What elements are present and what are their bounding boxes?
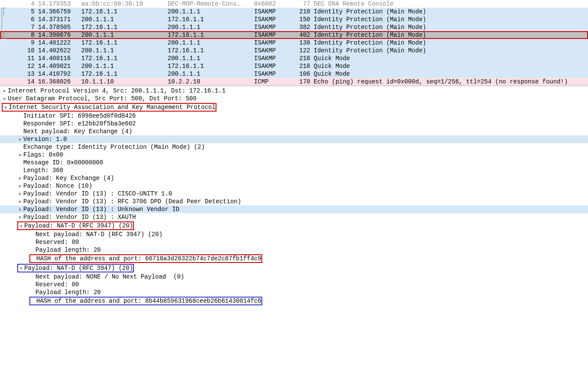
packet-cell: 172.16.1.1 — [81, 24, 168, 31]
tree-node[interactable]: ▼Internet Security Association and Key M… — [0, 102, 588, 112]
packet-cell: 200.1.1.1 — [81, 16, 168, 23]
packet-row[interactable]: 414.179353aa:bb:cc:00:30:10DEC-MOP-Remot… — [0, 0, 588, 8]
packet-row[interactable]: 914.401222172.16.1.1200.1.1.1ISAKMP138Id… — [0, 39, 588, 47]
packet-cell: 13 — [9, 70, 38, 77]
packet-row[interactable]: 714.378505172.16.1.1200.1.1.1ISAKMP382Id… — [0, 23, 588, 31]
packet-cell: 170 — [289, 78, 314, 85]
tree-node[interactable]: ▶Internet Protocol Version 4, Src: 200.1… — [0, 87, 588, 95]
chevron-right-icon[interactable]: ▶ — [17, 176, 23, 181]
packet-cell: 14.366759 — [38, 8, 81, 15]
packet-details-pane[interactable]: ▶Internet Protocol Version 4, Src: 200.1… — [0, 86, 588, 306]
chevron-right-icon[interactable]: ▶ — [2, 88, 8, 93]
tree-node[interactable]: ▶Payload: Vendor ID (13) : Unknown Vendo… — [0, 205, 588, 213]
tree-node-label: Payload: Vendor ID (13) : XAUTH — [23, 214, 136, 221]
chevron-down-icon[interactable]: ▼ — [3, 106, 9, 110]
tree-node-label: Payload: Vendor ID (13) : CISCO-UNITY 1.… — [23, 190, 172, 197]
chevron-right-icon[interactable]: ▶ — [17, 199, 23, 204]
packet-cell: 106 — [289, 70, 314, 77]
packet-cell: Identity Protection (Main Mode) — [314, 47, 588, 54]
packet-row[interactable]: 1114.408116172.16.1.1200.1.1.1ISAKMP218Q… — [0, 54, 588, 62]
packet-row[interactable]: 1014.402622200.1.1.1172.16.1.1ISAKMP122I… — [0, 47, 588, 54]
tree-node[interactable]: Message ID: 0x00000000 — [0, 159, 588, 166]
chevron-down-icon[interactable]: ▼ — [18, 224, 24, 229]
tree-node-label: Responder SPI: e12bb20f5ba3e602 — [23, 120, 136, 127]
packet-cell: 8 — [9, 32, 38, 38]
packet-row[interactable]: 614.373171200.1.1.1172.16.1.1ISAKMP150Id… — [0, 16, 588, 23]
packet-cell: 172.16.1.1 — [81, 39, 168, 46]
tree-node[interactable]: HASH of the address and port: 66718a3d26… — [0, 254, 588, 263]
tree-node[interactable]: HASH of the address and port: 8b44b85963… — [0, 296, 588, 306]
tree-node[interactable]: ▶Payload: Key Exchange (4) — [0, 174, 588, 182]
packet-cell: 172.16.1.1 — [81, 70, 168, 77]
chevron-right-icon[interactable]: ▶ — [17, 191, 23, 196]
packet-cell: 138 — [289, 39, 314, 46]
tree-node[interactable]: ▶Flags: 0x00 — [0, 151, 588, 159]
packet-cell: ISAKMP — [254, 39, 289, 46]
tree-node-label: User Datagram Protocol, Src Port: 500, D… — [8, 95, 197, 102]
packet-list-pane[interactable]: 414.179353aa:bb:cc:00:30:10DEC-MOP-Remot… — [0, 0, 588, 86]
packet-row[interactable]: 514.366759172.16.1.1200.1.1.1ISAKMP210Id… — [0, 8, 588, 16]
chevron-right-icon[interactable]: ▶ — [17, 137, 23, 142]
packet-cell: DEC DNA Remote Console — [314, 0, 588, 7]
packet-row[interactable]: 1416.36802610.1.1.1010.2.2.10ICMP170Echo… — [0, 78, 588, 86]
packet-cell: 14.402622 — [38, 47, 81, 54]
tree-node[interactable]: Next payload: NONE / No Next Payload (0) — [0, 273, 588, 281]
packet-cell: 200.1.1.1 — [168, 55, 254, 62]
chevron-right-icon[interactable]: ▶ — [17, 152, 23, 157]
packet-cell: 200.1.1.1 — [168, 39, 254, 46]
tree-node-label: Reserved: 00 — [35, 239, 79, 246]
packet-cell: 9 — [9, 39, 38, 46]
packet-row[interactable]: 814.390676200.1.1.1172.16.1.1ISAKMP402Id… — [0, 31, 588, 39]
packet-cell: 218 — [289, 55, 314, 62]
tree-node[interactable]: Initiator SPI: 6998ee5d0f0d8426 — [0, 112, 588, 120]
packet-cell: DEC-MOP-Remote-Cons… — [168, 0, 254, 7]
packet-cell: 218 — [289, 63, 314, 70]
packet-cell: 10.2.2.10 — [168, 78, 254, 85]
packet-cell: 200.1.1.1 — [81, 47, 168, 54]
tree-node[interactable]: ▶Version: 1.0 — [0, 135, 588, 143]
packet-cell: 200.1.1.1 — [168, 70, 254, 77]
tree-node[interactable]: Next payload: Key Exchange (4) — [0, 128, 588, 135]
packet-cell: 10 — [9, 47, 38, 54]
tree-node[interactable]: ▼Payload: NAT-D (RFC 3947) (20) — [0, 221, 588, 231]
chevron-right-icon[interactable]: ▶ — [17, 183, 23, 189]
packet-cell: 382 — [289, 24, 314, 31]
tree-node[interactable]: Reserved: 00 — [0, 281, 588, 288]
packet-cell: 200.1.1.1 — [168, 8, 254, 15]
tree-node[interactable]: ▶User Datagram Protocol, Src Port: 500, … — [0, 95, 588, 102]
tree-node[interactable]: Next payload: NAT-D (RFC 3947) (20) — [0, 231, 588, 238]
packet-cell: Identity Protection (Main Mode) — [314, 39, 588, 46]
tree-node[interactable]: ▶Payload: Vendor ID (13) : CISCO-UNITY 1… — [0, 190, 588, 198]
packet-cell: Identity Protection (Main Mode) — [314, 32, 588, 38]
packet-cell: 14.409821 — [38, 63, 81, 70]
tree-node[interactable]: Exchange type: Identity Protection (Main… — [0, 143, 588, 151]
packet-cell: aa:bb:cc:00:30:10 — [81, 0, 168, 7]
packet-cell: 402 — [289, 32, 314, 38]
tree-node[interactable]: Length: 360 — [0, 166, 588, 174]
tree-node[interactable]: Payload length: 20 — [0, 246, 588, 254]
chevron-down-icon[interactable]: ▼ — [18, 266, 24, 271]
tree-node[interactable]: ▶Payload: Nonce (10) — [0, 182, 588, 190]
tree-node[interactable]: ▶Payload: Vendor ID (13) : XAUTH — [0, 213, 588, 221]
tree-node-label: Internet Protocol Version 4, Src: 200.1.… — [8, 87, 226, 94]
tree-node-label: Next payload: NAT-D (RFC 3947) (20) — [35, 231, 162, 238]
packet-cell: Echo (ping) request id=0x000d, seq=1/256… — [314, 78, 588, 85]
chevron-right-icon[interactable]: ▶ — [17, 215, 23, 220]
packet-cell: 172.16.1.1 — [81, 8, 168, 15]
packet-cell: 10.1.1.10 — [81, 78, 168, 85]
packet-row[interactable]: 1314.410792172.16.1.1200.1.1.1ISAKMP106Q… — [0, 70, 588, 78]
chevron-right-icon[interactable]: ▶ — [17, 207, 23, 212]
packet-cell: 0x6002 — [254, 0, 289, 7]
packet-cell: 16.368026 — [38, 78, 81, 85]
tree-node[interactable]: Payload length: 20 — [0, 288, 588, 296]
packet-row[interactable]: 1214.409821200.1.1.1172.16.1.1ISAKMP218Q… — [0, 62, 588, 70]
chevron-right-icon[interactable]: ▶ — [2, 96, 8, 101]
tree-node[interactable]: Reserved: 00 — [0, 238, 588, 246]
tree-node[interactable]: Responder SPI: e12bb20f5ba3e602 — [0, 120, 588, 128]
packet-cell: Quick Mode — [314, 63, 588, 70]
tree-node-label: Initiator SPI: 6998ee5d0f0d8426 — [23, 112, 136, 119]
tree-node[interactable]: ▼Payload: NAT-D (RFC 3947) (20) — [0, 263, 588, 273]
tree-node[interactable]: ▶Payload: Vendor ID (13) : RFC 3706 DPD … — [0, 198, 588, 205]
packet-cell: Identity Protection (Main Mode) — [314, 24, 588, 31]
packet-cell: 210 — [289, 8, 314, 15]
